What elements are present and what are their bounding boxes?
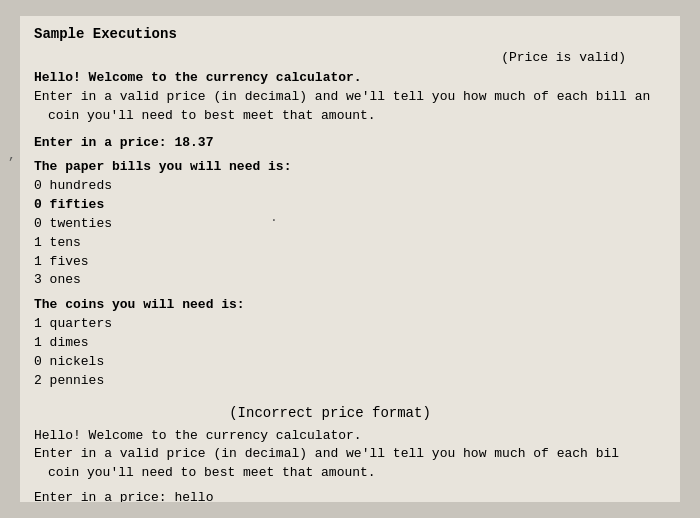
coins-block: The coins you will need is: 1 quarters 1… — [34, 296, 666, 390]
welcome-line1: Hello! Welcome to the currency calculato… — [34, 69, 666, 88]
coin-pennies: 2 pennies — [34, 372, 666, 391]
coin-dimes: 1 dimes — [34, 334, 666, 353]
welcome-line2-part1: Enter in a valid price (in decimal) and … — [34, 88, 666, 107]
enter-price-label-2: Enter in a price: hello — [34, 489, 666, 502]
coin-quarters: 1 quarters — [34, 315, 666, 334]
bill-fifties: 0 fifties — [34, 196, 666, 215]
bill-tens: 1 tens — [34, 234, 666, 253]
incorrect-price-note: (Incorrect price format) — [34, 405, 666, 421]
coin-nickels: 0 nickels — [34, 353, 666, 372]
valid-price-note: (Price is valid) — [34, 50, 666, 65]
enter-price-block: Enter in a price: 18.37 — [34, 134, 666, 153]
bill-hundreds: 0 hundreds — [34, 177, 666, 196]
bill-ones: 3 ones — [34, 271, 666, 290]
welcome2-line1: Hello! Welcome to the currency calculato… — [34, 427, 666, 446]
bill-fives: 1 fives — [34, 253, 666, 272]
paper-bills-header: The paper bills you will need is: — [34, 158, 666, 177]
welcome2-line2: Enter in a valid price (in decimal) and … — [34, 445, 666, 464]
bill-twenties: 0 twenties — [34, 215, 666, 234]
welcome2-line3: coin you'll need to best meet that amoun… — [34, 464, 666, 483]
section-title: Sample Executions — [34, 26, 666, 42]
dot-mark: . — [270, 210, 278, 225]
welcome-block-2: Hello! Welcome to the currency calculato… — [34, 427, 666, 484]
paper-bills-block: The paper bills you will need is: 0 hund… — [34, 158, 666, 290]
enter-price-label: Enter in a price: 18.37 — [34, 134, 666, 153]
welcome-line2-part2: coin you'll need to best meet that amoun… — [34, 107, 666, 126]
tick-mark: , — [8, 148, 16, 163]
content-area: Sample Executions (Price is valid) Hello… — [20, 16, 680, 502]
coins-header: The coins you will need is: — [34, 296, 666, 315]
enter-price-block-2: Enter in a price: hello — [34, 489, 666, 502]
screen: Sample Executions (Price is valid) Hello… — [0, 0, 700, 518]
welcome-block-1: Hello! Welcome to the currency calculato… — [34, 69, 666, 126]
